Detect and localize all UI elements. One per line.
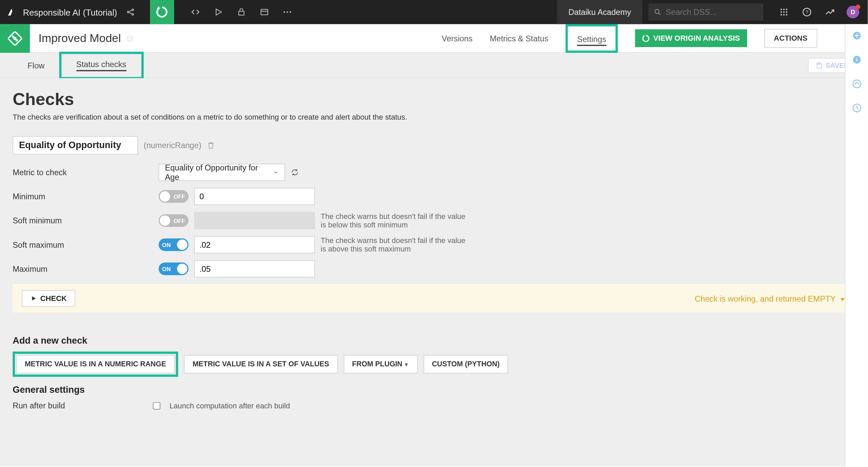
- highlight-settings: Settings: [566, 24, 618, 53]
- search-input[interactable]: [666, 7, 757, 17]
- avatar-letter: D: [851, 8, 855, 15]
- toggle-text: ON: [162, 242, 171, 248]
- tab-versions[interactable]: Versions: [442, 30, 473, 46]
- metric-refresh-icon[interactable]: [291, 168, 299, 177]
- svg-point-16: [786, 8, 788, 10]
- run-after-build-label: Run after build: [13, 401, 153, 410]
- svg-point-21: [783, 14, 785, 16]
- svg-point-20: [781, 14, 782, 16]
- rail-info-icon[interactable]: i: [851, 54, 862, 65]
- search-box[interactable]: [648, 3, 763, 21]
- svg-point-17: [781, 11, 782, 13]
- minimum-toggle[interactable]: OFF: [159, 190, 189, 203]
- svg-marker-40: [841, 298, 845, 301]
- project-title[interactable]: Responsible AI (Tutorial): [23, 7, 124, 17]
- subtab-status-checks[interactable]: Status checks: [76, 59, 126, 71]
- circular-progress-icon[interactable]: [150, 0, 174, 24]
- add-check-buttons: METRIC VALUE IS IN A NUMERIC RANGE METRI…: [13, 351, 855, 377]
- softmin-input: [194, 212, 315, 229]
- metric-select-value: Equality of Opportunity for Age: [165, 163, 273, 181]
- softmax-toggle[interactable]: ON: [159, 238, 189, 251]
- svg-point-29: [127, 35, 133, 41]
- check-status: Check is working, and returned EMPTY: [695, 294, 846, 303]
- rail-add-icon[interactable]: [851, 30, 862, 41]
- svg-point-15: [783, 8, 785, 10]
- subtab-flow[interactable]: Flow: [27, 61, 44, 70]
- highlight-metric-range: METRIC VALUE IS IN A NUMERIC RANGE: [13, 351, 178, 377]
- svg-point-2: [132, 14, 134, 15]
- run-check-label: CHECK: [40, 294, 67, 303]
- tab-metrics-status[interactable]: Metrics & Status: [490, 30, 549, 46]
- svg-point-14: [781, 8, 782, 10]
- rail-chat-icon[interactable]: [851, 78, 862, 90]
- maximum-toggle[interactable]: ON: [159, 263, 189, 275]
- academy-label[interactable]: Dataiku Academy: [557, 0, 643, 24]
- svg-line-3: [129, 10, 132, 12]
- code-icon[interactable]: [189, 6, 201, 18]
- highlight-status-checks: Status checks: [59, 52, 143, 79]
- check-run-bar: CHECK Check is working, and returned EMP…: [13, 284, 855, 312]
- refresh-small-icon[interactable]: [125, 34, 135, 43]
- svg-rect-6: [238, 11, 244, 15]
- svg-point-22: [786, 14, 788, 16]
- model-icon[interactable]: [0, 24, 30, 53]
- add-numeric-range-button[interactable]: METRIC VALUE IS IN A NUMERIC RANGE: [16, 355, 175, 373]
- svg-rect-31: [817, 63, 820, 64]
- softmin-help: The check warns but doesn't fail if the …: [321, 212, 470, 229]
- minimum-input[interactable]: [194, 188, 315, 205]
- svg-marker-5: [216, 9, 221, 15]
- view-origin-analysis-button[interactable]: VIEW ORIGIN ANALYSIS: [635, 29, 747, 47]
- run-after-build-checkbox[interactable]: [153, 402, 160, 409]
- svg-point-1: [132, 9, 134, 11]
- general-settings-heading: General settings: [13, 385, 855, 395]
- svg-point-19: [786, 11, 788, 13]
- softmax-label: Soft maximum: [13, 240, 159, 249]
- chevron-down-icon: [273, 169, 279, 175]
- rail-history-icon[interactable]: [851, 102, 862, 114]
- svg-point-27: [13, 36, 14, 37]
- svg-point-10: [287, 11, 288, 13]
- softmin-label: Soft minimum: [13, 216, 159, 225]
- lock-icon[interactable]: [235, 6, 248, 18]
- svg-text:i: i: [856, 57, 857, 62]
- tab-settings[interactable]: Settings: [577, 31, 606, 46]
- more-icon[interactable]: [281, 6, 293, 18]
- user-avatar[interactable]: D: [847, 6, 859, 18]
- toggle-text: ON: [162, 266, 171, 272]
- delete-check-icon[interactable]: [207, 141, 215, 149]
- activity-icon[interactable]: [824, 6, 836, 18]
- maximum-label: Maximum: [13, 264, 159, 273]
- svg-rect-7: [261, 9, 268, 15]
- svg-line-13: [658, 13, 660, 15]
- panel-icon[interactable]: [258, 6, 271, 18]
- subtab-row: Flow Status checks SAVED: [0, 53, 868, 78]
- add-plugin-button[interactable]: FROM PLUGIN: [343, 355, 418, 373]
- svg-point-11: [290, 11, 291, 13]
- model-header: Improved Model Versions Metrics & Status…: [0, 24, 868, 53]
- softmax-help: The check warns but doesn't fail if the …: [321, 236, 470, 253]
- check-name-input[interactable]: [13, 136, 138, 155]
- svg-point-0: [127, 11, 129, 13]
- logo-bird-icon[interactable]: [0, 7, 23, 17]
- softmin-toggle[interactable]: OFF: [159, 214, 189, 227]
- add-custom-python-button[interactable]: CUSTOM (PYTHON): [423, 355, 508, 373]
- svg-point-26: [14, 37, 16, 39]
- run-check-button[interactable]: CHECK: [22, 290, 75, 307]
- top-bar: Responsible AI (Tutorial) Dataiku Academ…: [0, 0, 868, 24]
- svg-line-4: [129, 13, 132, 14]
- svg-marker-39: [32, 296, 36, 300]
- view-origin-label: VIEW ORIGIN ANALYSIS: [653, 34, 740, 42]
- maximum-input[interactable]: [194, 260, 315, 278]
- check-block: (numericRange) Metric to check Equality …: [13, 136, 855, 312]
- apps-icon[interactable]: [777, 6, 790, 18]
- check-type-label: (numericRange): [144, 141, 201, 150]
- svg-point-9: [283, 11, 285, 13]
- right-rail: i: [845, 24, 868, 466]
- play-icon[interactable]: [212, 6, 224, 18]
- actions-button[interactable]: ACTIONS: [764, 29, 817, 48]
- softmax-input[interactable]: [194, 236, 315, 253]
- metric-select[interactable]: Equality of Opportunity for Age: [159, 164, 285, 181]
- help-icon[interactable]: ?: [801, 6, 813, 18]
- add-set-values-button[interactable]: METRIC VALUE IS IN A SET OF VALUES: [184, 355, 338, 373]
- share-icon[interactable]: [124, 6, 137, 18]
